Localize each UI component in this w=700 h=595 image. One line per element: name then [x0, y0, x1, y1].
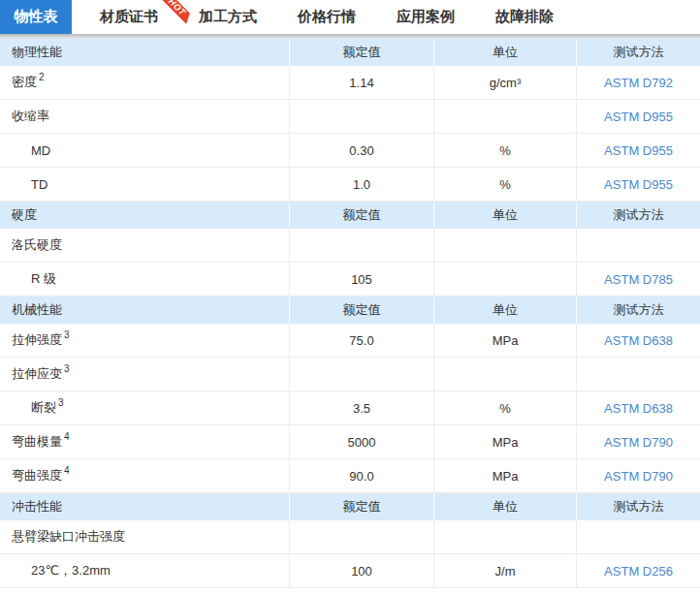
method-cell: ASTM D256: [576, 554, 700, 587]
astm-method-link[interactable]: ASTM D792: [604, 76, 673, 90]
section-header-row: 机械性能 额定值 单位 测试方法: [0, 297, 700, 324]
footnote-superscript: 3: [58, 397, 64, 408]
property-name: 悬臂梁缺口冲击强度: [12, 528, 125, 546]
column-header-value: 额定值: [289, 39, 433, 66]
property-name-cell: MD: [0, 134, 289, 167]
unit-cell: [433, 520, 576, 553]
table-row: 收缩率 ASTM D955: [0, 100, 700, 134]
astm-method-link[interactable]: ASTM D785: [604, 272, 673, 287]
rated-value-cell: 90.0: [289, 459, 433, 492]
rated-value-cell: 100: [289, 554, 433, 587]
tab-price-trend[interactable]: 价格行情: [298, 0, 356, 34]
astm-method-link[interactable]: ASTM D955: [604, 110, 673, 124]
table-row: 弯曲模量4 5000 MPa ASTM D790: [0, 425, 700, 459]
column-header-unit: 单位: [433, 297, 576, 324]
method-cell: ASTM D790: [576, 459, 700, 492]
tab-label: 应用案例: [397, 8, 455, 26]
property-name-cell: 密度2: [0, 66, 289, 99]
section-title: 硬度: [0, 202, 289, 229]
rated-value-cell: [289, 520, 433, 553]
section-title: 冲击性能: [0, 493, 289, 520]
property-name: 密度: [12, 74, 37, 91]
method-cell: ASTM D790: [576, 425, 700, 458]
property-name: 弯曲强度: [12, 467, 62, 485]
astm-method-link[interactable]: ASTM D638: [604, 401, 673, 416]
section-title: 机械性能: [0, 297, 289, 324]
property-name: 断裂: [31, 399, 56, 417]
property-name: 23℃，3.2mm: [31, 562, 111, 579]
unit-cell: J/m: [433, 554, 576, 587]
table-row: R 级 105 ASTM D785: [0, 263, 700, 297]
tab-material-properties[interactable]: 物性表: [0, 0, 72, 34]
property-name-cell: 23℃，3.2mm: [0, 554, 289, 587]
column-header-unit: 单位: [433, 202, 576, 229]
unit-cell: %: [433, 391, 576, 424]
rated-value-cell: 105: [289, 263, 433, 296]
unit-cell: [433, 263, 576, 296]
method-cell: [576, 358, 700, 391]
method-cell: ASTM D638: [576, 324, 700, 357]
footnote-superscript: 4: [64, 431, 70, 442]
column-header-method: 测试方法: [576, 493, 700, 520]
rated-value-cell: 1.0: [289, 168, 433, 201]
property-name-cell: 收缩率: [0, 100, 289, 133]
property-name-cell: 拉伸应变3: [0, 358, 289, 391]
tab-bar: 物性表 材质证书 HOT 加工方式 价格行情 应用案例 故障排除: [0, 0, 700, 34]
column-header-method: 测试方法: [576, 297, 700, 324]
rated-value-cell: 0.30: [289, 134, 433, 167]
unit-cell: [433, 358, 576, 391]
property-name: 拉伸强度: [12, 331, 62, 349]
column-header-value: 额定值: [289, 297, 433, 324]
method-cell: ASTM D638: [576, 391, 700, 424]
rated-value-cell: [289, 100, 433, 133]
footnote-superscript: 4: [64, 465, 70, 476]
unit-cell: MPa: [433, 425, 576, 458]
rated-value-cell: 3.5: [289, 391, 433, 424]
tab-label: 加工方式: [199, 8, 257, 26]
unit-cell: g/cm³: [433, 66, 576, 99]
tab-label: 材质证书: [100, 8, 158, 26]
property-name: R 级: [31, 270, 56, 288]
method-cell: ASTM D955: [576, 134, 700, 167]
tab-processing-method[interactable]: 加工方式: [199, 0, 257, 34]
astm-method-link[interactable]: ASTM D955: [604, 177, 673, 192]
table-row: TD 1.0 % ASTM D955: [0, 168, 700, 202]
table-row: 悬臂梁缺口冲击强度: [0, 520, 700, 554]
unit-cell: %: [433, 168, 576, 201]
unit-cell: MPa: [433, 324, 576, 357]
method-cell: ASTM D955: [576, 100, 700, 133]
unit-cell: [433, 100, 576, 133]
property-name: MD: [31, 143, 50, 158]
tab-troubleshooting[interactable]: 故障排除: [495, 0, 554, 34]
astm-method-link[interactable]: ASTM D256: [604, 564, 673, 579]
astm-method-link[interactable]: ASTM D638: [604, 333, 673, 348]
section-header-row: 冲击性能 额定值 单位 测试方法: [0, 493, 700, 520]
table-row: 拉伸应变3: [0, 358, 700, 391]
property-name-cell: 悬臂梁缺口冲击强度: [0, 520, 289, 553]
rated-value-cell: [289, 358, 433, 391]
tab-label: 价格行情: [298, 8, 356, 26]
unit-cell: %: [433, 134, 576, 167]
tab-application-cases[interactable]: 应用案例: [397, 0, 455, 34]
column-header-unit: 单位: [433, 493, 576, 520]
property-name: 拉伸应变: [12, 365, 62, 383]
section-title: 物理性能: [0, 39, 289, 66]
unit-cell: [433, 229, 576, 262]
tab-material-certificate[interactable]: 材质证书 HOT: [100, 0, 158, 34]
column-header-value: 额定值: [289, 202, 433, 229]
footnote-superscript: 3: [64, 329, 70, 340]
property-name-cell: 弯曲强度4: [0, 459, 289, 492]
astm-method-link[interactable]: ASTM D790: [604, 469, 673, 484]
method-cell: [576, 229, 700, 262]
method-cell: ASTM D955: [576, 168, 700, 201]
rated-value-cell: 1.14: [289, 66, 433, 99]
table-row: 拉伸强度3 75.0 MPa ASTM D638: [0, 324, 700, 358]
footnote-superscript: 2: [39, 72, 45, 82]
table-row: 弯曲强度4 90.0 MPa ASTM D790: [0, 459, 700, 493]
property-name: 收缩率: [12, 108, 49, 125]
unit-cell: MPa: [433, 459, 576, 492]
property-name-cell: R 级: [0, 263, 289, 296]
astm-method-link[interactable]: ASTM D790: [604, 435, 673, 450]
astm-method-link[interactable]: ASTM D955: [604, 143, 673, 158]
property-name-cell: 拉伸强度3: [0, 324, 289, 357]
